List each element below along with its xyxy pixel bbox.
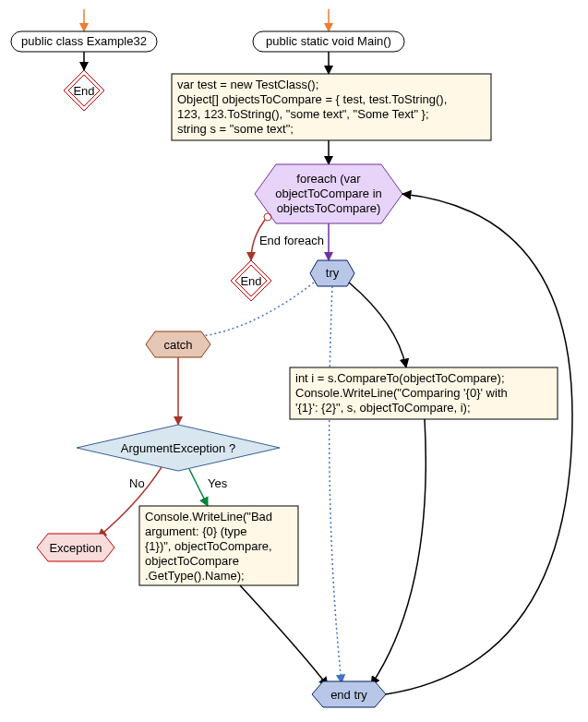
try-block-node: int i = s.CompareTo(objectToCompare); Co… bbox=[290, 367, 558, 419]
argex-label: ArgumentException ? bbox=[121, 441, 235, 455]
catch-block-line5: .GetType().Name); bbox=[145, 569, 245, 583]
flow-arrow-yes bbox=[189, 469, 208, 506]
foreach-node: foreach (var objectToCompare in objectsT… bbox=[255, 164, 402, 223]
try-block-line3: '{1}': {2}", s, objectToCompare, i); bbox=[295, 401, 471, 415]
init-line3: 123, 123.ToString(), "some text", "Some … bbox=[177, 107, 429, 121]
catch-block-line3: {1})", objectToCompare, bbox=[145, 539, 272, 553]
flow-arrow-loopback bbox=[386, 194, 572, 694]
init-line2: Object[] objectsToCompare = { test, test… bbox=[177, 92, 447, 106]
catch-block-node: Console.WriteLine("Bad argument: {0} (ty… bbox=[139, 506, 298, 585]
flow-arrow bbox=[371, 419, 426, 685]
init-block-node: var test = new TestClass(); Object[] obj… bbox=[172, 74, 491, 140]
end-node-class: End bbox=[64, 70, 104, 111]
foreach-line3: objectsToCompare) bbox=[277, 201, 381, 215]
try-block-line2: Console.WriteLine("Comparing '{0}' with bbox=[295, 386, 508, 400]
flow-arrow bbox=[240, 585, 328, 686]
exception-node: Exception bbox=[37, 534, 114, 561]
foreach-line2: objectToCompare in bbox=[275, 187, 382, 200]
end-label-foreach: End bbox=[240, 274, 261, 288]
main-declaration-node: public static void Main() bbox=[253, 31, 404, 52]
svg-point-6 bbox=[264, 213, 271, 221]
end-try-label: end try bbox=[330, 688, 367, 702]
end-label: End bbox=[73, 84, 94, 98]
catch-node: catch bbox=[146, 331, 210, 357]
try-node: try bbox=[310, 260, 354, 286]
init-line4: string s = "some text"; bbox=[177, 122, 294, 136]
class-declaration-node: public class Example32 bbox=[11, 31, 157, 52]
flow-arrow-dotted bbox=[330, 286, 342, 683]
try-block-line1: int i = s.CompareTo(objectToCompare); bbox=[295, 371, 505, 385]
argument-exception-decision-node: ArgumentException ? bbox=[77, 425, 280, 471]
init-line1: var test = new TestClass(); bbox=[177, 78, 318, 91]
catch-label: catch bbox=[163, 338, 192, 352]
try-label: try bbox=[326, 266, 340, 280]
end-foreach-label: End foreach bbox=[259, 234, 324, 247]
main-declaration-text: public static void Main() bbox=[266, 34, 391, 48]
no-label: No bbox=[129, 476, 145, 490]
catch-block-line2: argument: {0} (type bbox=[145, 524, 247, 538]
yes-label: Yes bbox=[208, 476, 228, 490]
catch-block-line4: objectToCompare bbox=[145, 554, 239, 568]
class-declaration-text: public class Example32 bbox=[21, 34, 147, 48]
foreach-line1: foreach (var bbox=[296, 172, 361, 186]
catch-block-line1: Console.WriteLine("Bad bbox=[145, 510, 272, 523]
end-try-node: end try bbox=[312, 681, 386, 707]
flow-arrow bbox=[349, 283, 406, 367]
end-node-foreach: End bbox=[231, 260, 271, 301]
exception-label: Exception bbox=[49, 541, 102, 555]
